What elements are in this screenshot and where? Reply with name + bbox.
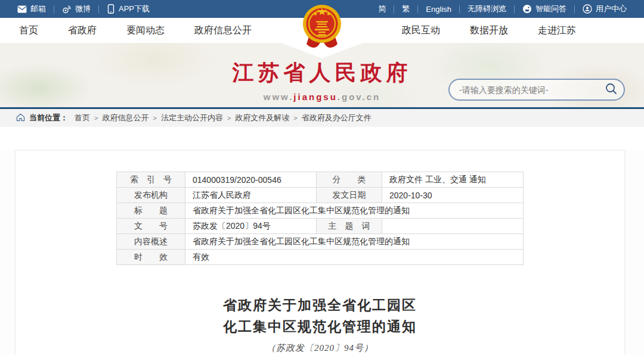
table-row: 时 效 有效 (117, 250, 524, 265)
search-input[interactable] (459, 85, 602, 95)
table-row: 标 题 省政府关于加强全省化工园区化工集中区规范化管理的通知 (117, 203, 524, 219)
document-number: （苏政发〔2020〕94号） (16, 342, 624, 354)
phone-icon (107, 4, 115, 14)
weibo-link[interactable]: 微博 (54, 4, 98, 14)
breadcrumb-separator: > (153, 114, 156, 122)
accessibility-link[interactable]: 无障碍浏览 (460, 4, 514, 14)
nav-item-interaction[interactable]: 政民互动 (396, 24, 446, 37)
mail-icon (17, 5, 27, 13)
topbar-left-group: 邮箱 微博 APP下载 (10, 0, 157, 18)
nav-item-news[interactable]: 要闻动态 (120, 24, 171, 37)
breadcrumb-separator: > (94, 114, 98, 122)
nav-item-about-jiangsu[interactable]: 走进江苏 (532, 24, 582, 37)
table-row: 内容概述 省政府关于加强全省化工园区化工集中区规范化管理的通知 (117, 234, 524, 250)
weibo-icon (62, 4, 72, 14)
publisher-label: 发布机构 (117, 188, 185, 203)
table-row: 文 号 苏政发〔2020〕94号 主 题 词 (117, 219, 524, 234)
document-card: 索 引 号 014000319/2020-00546 分 类 政府文件 工业、交… (15, 150, 625, 355)
app-download-link[interactable]: APP下载 (99, 4, 157, 14)
mail-label: 邮箱 (30, 4, 46, 14)
breadcrumb-separator: > (293, 114, 297, 122)
nav-item-open-data[interactable]: 数据开放 (464, 24, 514, 37)
index-label: 索 引 号 (117, 172, 185, 188)
title-value: 省政府关于加强全省化工园区化工集中区规范化管理的通知 (185, 203, 524, 219)
document-title-line1: 省政府关于加强全省化工园区 (16, 295, 624, 316)
lang-english[interactable]: English (418, 5, 459, 14)
table-row: 发布机构 江苏省人民政府 发文日期 2020-10-30 (117, 188, 524, 203)
breadcrumb-item-gov-info[interactable]: 政府信息公开 (102, 113, 148, 123)
qa-robot-icon (522, 4, 532, 14)
app-download-label: APP下载 (119, 4, 150, 14)
nav-item-home[interactable]: 首页 (13, 24, 44, 37)
docnum-value: 苏政发〔2020〕94号 (185, 219, 317, 234)
lang-traditional[interactable]: 繁 (394, 4, 417, 14)
content-area: 索 引 号 014000319/2020-00546 分 类 政府文件 工业、交… (0, 150, 644, 355)
summary-value: 省政府关于加强全省化工园区化工集中区规范化管理的通知 (185, 234, 524, 250)
breadcrumb: 当前位置： 首页 > 政府信息公开 > 法定主动公开内容 > 政府文件及解读 >… (0, 109, 644, 127)
validity-label: 时 效 (117, 250, 185, 265)
date-value: 2020-10-30 (382, 188, 524, 203)
breadcrumb-label: 当前位置： (29, 113, 68, 123)
mail-link[interactable]: 邮箱 (10, 4, 54, 14)
smart-qa-link[interactable]: 智能问答 (515, 4, 574, 14)
search-icon (605, 82, 618, 97)
index-value: 014000319/2020-00546 (185, 172, 317, 188)
keyword-value (382, 219, 524, 234)
date-label: 发文日期 (317, 188, 382, 203)
title-label: 标 题 (117, 203, 185, 219)
breadcrumb-item-statutory-disclosure[interactable]: 法定主动公开内容 (161, 113, 223, 123)
user-icon (583, 4, 592, 14)
home-icon (16, 113, 25, 123)
publisher-value: 江苏省人民政府 (185, 188, 317, 203)
lang-simplified[interactable]: 简 (370, 4, 394, 14)
breadcrumb-item-office-documents[interactable]: 省政府及办公厅文件 (302, 113, 371, 123)
breadcrumb-item-home[interactable]: 首页 (75, 113, 90, 123)
nav-item-provincial-gov[interactable]: 省政府 (62, 24, 103, 37)
user-center-label: 用户中心 (596, 4, 627, 14)
category-value: 政府文件 工业、交通 通知 (382, 172, 524, 188)
search-box (448, 79, 625, 101)
keyword-label: 主 题 词 (317, 219, 382, 234)
topbar-right-group: 简 繁 English 无障碍浏览 智能问答 用户中心 (370, 0, 634, 18)
table-row: 索 引 号 014000319/2020-00546 分 类 政府文件 工业、交… (117, 172, 524, 188)
docnum-label: 文 号 (117, 219, 185, 234)
nav-right-group: 政民互动 数据开放 走进江苏 (396, 24, 600, 37)
document-title-block: 省政府关于加强全省化工园区 化工集中区规范化管理的通知 （苏政发〔2020〕94… (16, 295, 624, 354)
user-center-link[interactable]: 用户中心 (575, 4, 634, 14)
category-label: 分 类 (317, 172, 382, 188)
search-button[interactable] (602, 80, 620, 99)
national-emblem-icon (301, 4, 343, 52)
validity-value: 有效 (185, 250, 524, 265)
nav-item-gov-info[interactable]: 政府信息公开 (188, 24, 258, 37)
summary-label: 内容概述 (117, 234, 185, 250)
weibo-label: 微博 (75, 4, 91, 14)
breadcrumb-item-gov-documents[interactable]: 政府文件及解读 (235, 113, 289, 123)
doc-info-table: 索 引 号 014000319/2020-00546 分 类 政府文件 工业、交… (116, 172, 524, 265)
breadcrumb-separator: > (227, 114, 231, 122)
smart-qa-label: 智能问答 (535, 4, 566, 14)
document-title-line2: 化工集中区规范化管理的通知 (16, 316, 624, 338)
